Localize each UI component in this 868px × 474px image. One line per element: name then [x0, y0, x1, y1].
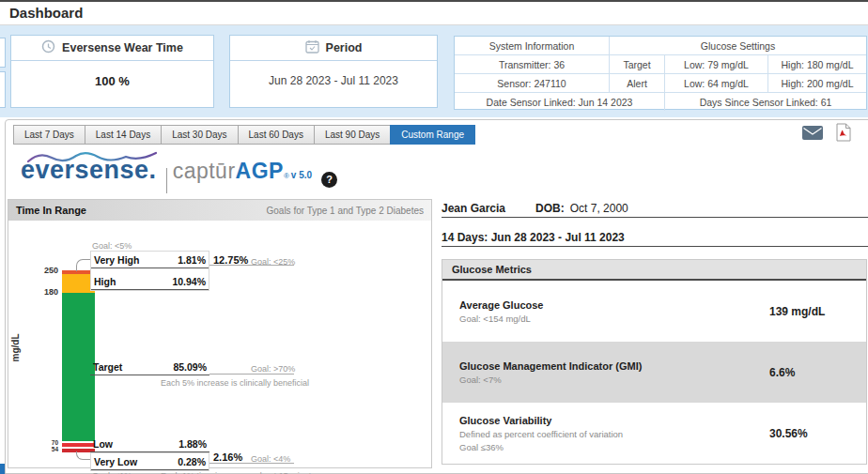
- logo-wave: [26, 149, 158, 164]
- logo-row: eversense. captūr AGP ® v 5.0 ?: [21, 156, 337, 195]
- tab-last-60-days[interactable]: Last 60 Days: [238, 125, 315, 145]
- very-high-goal: Goal: <5%: [92, 241, 132, 251]
- target-rule: [209, 374, 294, 375]
- glucose-metrics-panel: Glucose Metrics Average Glucose Goal: <1…: [442, 259, 867, 465]
- high-row: High 10.94%: [91, 268, 209, 289]
- target-goal: Goal: >70%: [251, 364, 295, 374]
- tir-goals-note: Goals for Type 1 and Type 2 Diabetes: [266, 206, 424, 216]
- range-tabs: Last 7 Days Last 14 Days Last 30 Days La…: [13, 125, 475, 145]
- metric-goal: Goal ≤36%: [459, 442, 866, 452]
- logo-separator: [166, 168, 167, 193]
- sensor-cell: Sensor: 247110: [455, 74, 610, 92]
- tab-custom-range[interactable]: Custom Range: [390, 125, 475, 145]
- date-linked-cell: Date Sensor Linked: Jun 14 2023: [455, 93, 665, 111]
- cropped-left-card-fragment: [0, 71, 6, 108]
- alert-high-cell: High: 200 mg/dL: [768, 74, 866, 92]
- tab-last-14-days[interactable]: Last 14 Days: [85, 125, 162, 145]
- wear-time-card: Eversense Wear Time 100 %: [10, 35, 214, 108]
- top-border: [0, 0, 868, 2]
- segment-value: 1.81%: [178, 254, 206, 266]
- tick-70: 70: [39, 439, 58, 446]
- tir-title: Time In Range: [16, 205, 86, 216]
- segment-value: 85.09%: [173, 361, 207, 373]
- period-card-header: Period: [230, 36, 437, 61]
- days-since-cell: Days Since Sensor Linked: 61: [665, 93, 866, 111]
- period-divider: [442, 246, 868, 247]
- table-row: Sensor: 247110 Alert Low: 64 mg/dL High:…: [455, 74, 866, 93]
- target-label-cell: Target: [610, 55, 665, 73]
- segment-label: Target: [93, 361, 122, 373]
- table-row: System Information Glucose Settings: [455, 37, 866, 55]
- combined-low-rule: [209, 463, 294, 464]
- version-text: v 5.0: [291, 170, 312, 180]
- segment-label: Low: [93, 438, 113, 450]
- metric-title: Glucose Management Indicator (GMI): [459, 360, 866, 372]
- dob-label: DOB:: [535, 202, 565, 215]
- y-axis-label: mg/dL: [10, 334, 21, 362]
- dashboard-screen: Dashboard Eversense Wear Time 100 % Peri…: [0, 0, 868, 474]
- transmitter-cell: Transmitter: 36: [455, 55, 610, 73]
- period-value: Jun 28 2023 - Jul 11 2023: [230, 61, 437, 87]
- envelope-icon[interactable]: [802, 126, 823, 144]
- metric-value: 139 mg/dL: [769, 305, 825, 318]
- metric-value: 6.6%: [769, 366, 795, 379]
- target-row: Target 85.09%: [90, 361, 209, 375]
- table-row: Date Sensor Linked: Jun 14 2023 Days Sin…: [455, 93, 866, 111]
- tick-180: 180: [36, 287, 58, 297]
- report-toolbar: [802, 123, 851, 145]
- tir-chart: mg/dL 250 180 70 54 Goal: <5% Very High …: [8, 221, 431, 466]
- time-in-range-panel: Time In Range Goals for Type 1 and Type …: [8, 199, 432, 468]
- metric-row-variability: Glucose Variability Defined as percent c…: [442, 403, 866, 464]
- very-low-row: Very Low 0.28%: [91, 453, 209, 470]
- registered-mark: ®: [284, 172, 289, 180]
- combined-low-value: 2.16%: [213, 451, 242, 463]
- tir-connector-bottom: [76, 451, 91, 460]
- time-in-range-header: Time In Range Goals for Type 1 and Type …: [8, 200, 431, 221]
- metric-row-gmi: Glucose Management Indicator (GMI) Goal:…: [442, 342, 866, 403]
- tab-last-30-days[interactable]: Last 30 Days: [161, 125, 238, 145]
- captur-text: captūr: [173, 159, 236, 184]
- segment-value: 10.94%: [172, 276, 206, 287]
- patient-name: Jean Garcia: [442, 202, 505, 215]
- glucose-settings-header: Glucose Settings: [610, 37, 866, 54]
- metric-value: 30.56%: [769, 427, 808, 440]
- tir-connector-top: [76, 259, 91, 271]
- tick-54: 54: [39, 446, 58, 452]
- metric-row-average-glucose: Average Glucose Goal: <154 mg/dL 139 mg/…: [442, 281, 866, 342]
- target-high-cell: High: 180 mg/dL: [768, 55, 866, 73]
- help-icon[interactable]: ?: [321, 172, 337, 188]
- tick-250: 250: [36, 266, 58, 275]
- period-card: Period Jun 28 2023 - Jul 11 2023: [229, 35, 438, 108]
- clock-icon: [41, 39, 55, 56]
- combined-high-rule: [209, 265, 294, 266]
- period-title: Period: [326, 41, 363, 54]
- agp-text: AGP: [236, 159, 284, 184]
- alert-label-cell: Alert: [610, 74, 665, 92]
- metric-title: Glucose Variability: [459, 415, 866, 426]
- dob-value: Oct 7, 2000: [570, 202, 628, 215]
- high-labels-box: Very High 1.81% High 10.94%: [90, 251, 209, 291]
- tab-last-90-days[interactable]: Last 90 Days: [314, 125, 391, 145]
- system-info-header: System Information: [455, 37, 610, 54]
- segment-value: 1.88%: [178, 438, 207, 450]
- eversense-logo: eversense.: [21, 156, 157, 185]
- report-period-line: 14 Days: Jun 28 2023 - Jul 11 2023: [442, 231, 625, 244]
- very-low-box: Very Low 0.28%: [90, 452, 209, 471]
- wear-time-card-header: Eversense Wear Time: [11, 36, 213, 61]
- target-low-cell: Low: 79 mg/dL: [665, 55, 768, 73]
- patient-divider: [442, 217, 868, 218]
- low-row: Low 1.88%: [90, 438, 209, 452]
- alert-low-cell: Low: 64 mg/dL: [665, 74, 768, 92]
- page-title: Dashboard: [9, 5, 83, 21]
- tab-last-7-days[interactable]: Last 7 Days: [13, 125, 85, 145]
- segment-label: Very Low: [94, 456, 137, 467]
- segment-label: Very High: [94, 254, 139, 266]
- patient-line: Jean Garcia DOB: Oct 7, 2000: [442, 202, 628, 215]
- wear-time-value: 100 %: [11, 61, 213, 88]
- metric-goal: Goal: <7%: [459, 375, 866, 385]
- glucose-metrics-header: Glucose Metrics: [442, 260, 866, 281]
- cropped-left-card-fragment: [0, 38, 6, 68]
- pdf-file-icon[interactable]: [836, 123, 851, 145]
- calendar-icon: [305, 39, 319, 56]
- wear-time-title: Eversense Wear Time: [62, 41, 183, 54]
